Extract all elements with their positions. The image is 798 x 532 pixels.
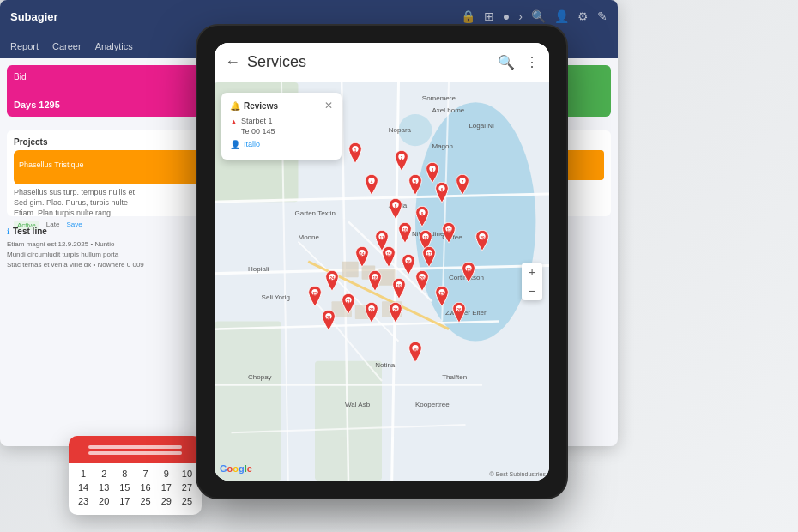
google-logo: Google (220, 460, 252, 475)
cal-line-2 (88, 451, 182, 455)
map-pin-17[interactable]: 18 (366, 270, 384, 298)
map-pin-5[interactable]: 6 (432, 182, 451, 209)
header-icons: 🔒 ⊞ ● › 🔍 👤 ⚙ ✎ (461, 9, 608, 23)
cal-num: 16 (138, 482, 154, 493)
svg-text:27: 27 (440, 292, 445, 296)
bell-icon: 🔔 (230, 101, 240, 111)
map-pin-23[interactable]: 24 (323, 270, 342, 298)
svg-text:31: 31 (326, 316, 331, 320)
tablet-device: ← Services 🔍 ⋮ (197, 26, 566, 498)
app-bar-icons: 🔍 ⋮ (498, 54, 539, 70)
cal-num: 25 (179, 496, 195, 506)
app-name: Subagier (10, 10, 58, 23)
orange-text: Phasellus Tristique (19, 160, 84, 169)
user-icon[interactable]: 👤 (554, 9, 569, 23)
popup-link-row: 👤 Italio (230, 140, 333, 149)
calendar-lines (88, 445, 182, 455)
tablet-screen: ← Services 🔍 ⋮ (215, 43, 549, 481)
task-save[interactable]: Save (66, 221, 82, 230)
back-button[interactable]: ← (225, 53, 240, 71)
svg-text:24: 24 (329, 275, 335, 280)
location-icon-small: ▲ (230, 118, 238, 126)
cal-num: 17 (117, 496, 132, 506)
cal-num: 13 (96, 482, 112, 493)
app-bar: ← Services 🔍 ⋮ (215, 43, 549, 82)
svg-text:20: 20 (420, 275, 425, 280)
settings-icon[interactable]: ⚙ (577, 9, 589, 23)
map-popup: 🔔 Reviews ✕ ▲ Starbet 1 Te 00 145 👤 Ital… (221, 93, 342, 160)
lock-icon: 🔒 (461, 9, 475, 23)
zoom-in-button[interactable]: + (522, 263, 542, 281)
map-pin-12[interactable]: 13 (439, 222, 458, 250)
circle-icon: ● (503, 9, 510, 23)
map-pin-30[interactable]: 31 (319, 310, 338, 337)
edit-icon[interactable]: ✎ (597, 9, 608, 23)
map-pin-26[interactable]: 27 (432, 286, 451, 313)
svg-text:26: 26 (456, 307, 462, 311)
map-pin-9[interactable]: 10 (396, 222, 414, 250)
svg-text:21: 21 (346, 299, 351, 304)
person-icon: 👤 (230, 140, 240, 149)
task-late: Late (46, 221, 60, 230)
svg-text:25: 25 (312, 292, 317, 296)
arrow-icon: › (518, 9, 523, 23)
zoom-out-button[interactable]: − (522, 281, 542, 300)
google-g: G (220, 463, 227, 474)
svg-text:30: 30 (413, 348, 418, 352)
cal-row-2: 14 13 15 16 17 27 (76, 482, 195, 493)
cal-row-1: 1 2 8 7 9 10 (76, 469, 195, 479)
svg-text:15: 15 (386, 252, 391, 257)
svg-text:23: 23 (393, 307, 398, 311)
google-e: e (247, 463, 252, 474)
map-pin-4[interactable]: 5 (406, 174, 425, 202)
svg-point-1 (399, 114, 432, 146)
nav-calendar[interactable]: Career (52, 41, 82, 51)
popup-close-button[interactable]: ✕ (324, 100, 333, 112)
screen-title: Services (247, 53, 498, 71)
map-pin-21[interactable]: 22 (362, 302, 381, 329)
nav-report[interactable]: Report (10, 41, 39, 51)
svg-text:28: 28 (467, 268, 472, 272)
map-pin-3[interactable]: 4 (362, 174, 381, 202)
google-g2: g (239, 463, 245, 474)
map-pin-0[interactable]: 1 (346, 142, 365, 170)
map-pin-25[interactable]: 26 (450, 302, 469, 329)
stat-value-1: Days 1295 (14, 100, 198, 110)
popup-address-line1: Starbet 1 (241, 117, 275, 127)
map-pin-22[interactable]: 23 (386, 302, 405, 329)
map-pin-27[interactable]: 28 (459, 262, 478, 289)
cal-num: 23 (76, 496, 91, 506)
cal-num: 27 (179, 482, 195, 493)
cal-num: 1 (76, 469, 91, 479)
cal-num: 7 (138, 469, 154, 479)
svg-text:16: 16 (407, 260, 412, 264)
popup-address-row: ▲ Starbet 1 Te 00 145 (230, 117, 333, 136)
svg-text:13: 13 (446, 228, 451, 233)
map-pin-29[interactable]: 30 (406, 342, 425, 369)
apps-icon: ⊞ (484, 9, 494, 23)
cal-num: 15 (117, 482, 132, 493)
nav-analytics[interactable]: Analytics (95, 41, 133, 51)
svg-text:14: 14 (360, 252, 365, 257)
map-pin-20[interactable]: 21 (339, 293, 358, 321)
more-button[interactable]: ⋮ (525, 54, 539, 70)
map-pin-6[interactable]: 7 (453, 174, 472, 202)
popup-link[interactable]: Italio (244, 140, 260, 148)
svg-text:19: 19 (396, 284, 402, 288)
cal-line-1 (88, 445, 182, 449)
search-button[interactable]: 🔍 (498, 54, 515, 70)
feed-title: Test line (13, 227, 47, 236)
calendar-body: 1 2 8 7 9 10 14 13 15 16 17 27 23 20 17 … (69, 463, 202, 515)
info-icon: ℹ (7, 227, 9, 236)
map-attribution: © Best Subindustries (490, 471, 546, 477)
map-pin-19[interactable]: 20 (413, 270, 432, 298)
cal-num: 10 (179, 469, 195, 479)
map-container[interactable]: Axel home Logal Ni Somemere Nopara Magon… (215, 82, 549, 481)
search-icon[interactable]: 🔍 (531, 9, 546, 23)
svg-rect-3 (215, 321, 281, 481)
svg-text:18: 18 (373, 275, 378, 280)
map-pin-28[interactable]: 29 (473, 230, 492, 257)
svg-text:22: 22 (370, 307, 375, 311)
svg-text:17: 17 (426, 252, 432, 257)
popup-address: Starbet 1 Te 00 145 (241, 117, 275, 136)
